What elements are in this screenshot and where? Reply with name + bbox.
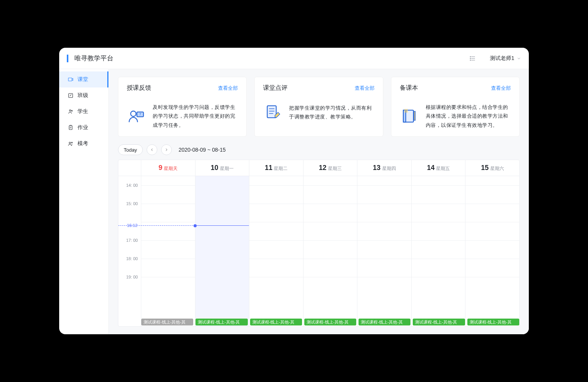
chevron-down-icon [517, 56, 521, 61]
calendar-grid[interactable]: 14: 00 15: 00 16:12 17: 00 18: 00 19: 00 [118, 176, 519, 326]
event-pill[interactable]: 测试课程-线上-其他-其 [359, 319, 410, 325]
day-header[interactable]: 11 星期二 [249, 160, 304, 176]
cards-row: 授课反馈 查看全部 7 及时发现学生的学习问题，反馈学生的学习状态，共同帮助学生… [118, 77, 520, 137]
review-icon [263, 103, 282, 122]
days-container [141, 176, 519, 326]
prev-week-button[interactable] [147, 144, 157, 155]
today-button[interactable]: Today [118, 144, 143, 155]
day-header[interactable]: 12 星期三 [304, 160, 358, 176]
hour-label: 19: 00 [126, 275, 138, 279]
day-column[interactable] [357, 176, 412, 326]
app-window: 唯寻教学平台 测试老师1 课堂 班级 学生 [59, 48, 529, 334]
card-desc: 把握学生课堂的学习情况，从而有利于调整教学进度、教学策略。 [289, 104, 374, 121]
video-icon [68, 76, 74, 83]
day-column[interactable] [195, 176, 250, 326]
svg-point-4 [470, 58, 471, 59]
event-pill[interactable]: 测试课程-线上-其他-其 [141, 319, 193, 325]
day-header[interactable]: 10 星期一 [195, 160, 250, 176]
card-title: 授课反馈 [127, 84, 151, 92]
sidebar-item-label: 学生 [78, 108, 88, 115]
card-desc: 根据课程的要求和特点，结合学生的具体情况，选择最合适的教学方法和内容，以保证学生… [426, 103, 511, 129]
sidebar-item-class[interactable]: 班级 [59, 87, 108, 104]
svg-point-8 [69, 110, 71, 111]
user-dropdown[interactable]: 测试老师1 [490, 55, 521, 62]
calendar-controls: Today 2020-08-09 ~ 08-15 [118, 144, 520, 155]
now-label: 16:12 [126, 223, 138, 228]
sidebar-item-label: 班级 [78, 92, 88, 99]
sidebar: 课堂 班级 学生 作业 模考 [59, 69, 109, 334]
sidebar-item-homework[interactable]: 作业 [59, 120, 108, 136]
sidebar-item-student[interactable]: 学生 [59, 104, 108, 120]
clipboard-icon [68, 125, 74, 131]
topbar: 唯寻教学平台 测试老师1 [59, 48, 529, 69]
user-name: 测试老师1 [490, 55, 514, 62]
app-title: 唯寻教学平台 [74, 54, 113, 63]
sidebar-item-classroom[interactable]: 课堂 [59, 71, 108, 87]
svg-point-5 [470, 60, 471, 60]
edit-icon [68, 92, 74, 99]
hour-label: 15: 00 [126, 201, 138, 206]
day-column[interactable] [249, 176, 304, 326]
notebook-icon [400, 107, 419, 126]
event-pill[interactable]: 测试课程-线上-其他-其 [467, 319, 519, 325]
card-title: 备课本 [400, 84, 418, 92]
day-column[interactable] [465, 176, 519, 326]
day-column[interactable] [304, 176, 358, 326]
svg-rect-22 [414, 112, 415, 120]
feedback-icon: 7 [127, 107, 146, 126]
svg-point-11 [69, 142, 71, 144]
day-header[interactable]: 13 星期四 [357, 160, 412, 176]
event-pill[interactable]: 测试课程-线上-其他-其 [413, 319, 465, 325]
date-range: 2020-08-09 ~ 08-15 [179, 147, 226, 153]
calendar-header: 9 星期天 10 星期一 11 星期二 12 星期三 [118, 160, 519, 176]
chevron-right-icon [164, 147, 169, 152]
event-pill[interactable]: 测试课程-线上-其他-其 [195, 319, 247, 325]
day-header[interactable]: 9 星期天 [141, 160, 195, 176]
day-column[interactable] [141, 176, 195, 326]
day-header[interactable]: 14 星期五 [412, 160, 466, 176]
hour-label: 17: 00 [126, 238, 138, 243]
card-desc: 及时发现学生的学习问题，反馈学生的学习状态，共同帮助学生更好的完成学习任务。 [153, 103, 238, 129]
sidebar-item-label: 课堂 [78, 76, 88, 83]
list-icon[interactable] [469, 55, 476, 62]
hour-label: 14: 00 [126, 183, 138, 188]
event-pill[interactable]: 测试课程-线上-其他-其 [304, 319, 356, 325]
svg-point-9 [71, 110, 73, 112]
sidebar-item-label: 模考 [78, 140, 88, 147]
now-indicator [195, 225, 249, 226]
view-all-link[interactable]: 查看全部 [218, 85, 238, 92]
svg-rect-6 [68, 78, 72, 81]
view-all-link[interactable]: 查看全部 [491, 85, 511, 92]
event-pill[interactable]: 测试课程-线上-其他-其 [250, 319, 302, 325]
svg-point-13 [131, 111, 136, 117]
card-feedback: 授课反馈 查看全部 7 及时发现学生的学习问题，反馈学生的学习状态，共同帮助学生… [118, 77, 247, 137]
sidebar-item-exam[interactable]: 模考 [59, 136, 108, 152]
hour-label: 18: 00 [126, 256, 138, 261]
gutter-head [118, 160, 141, 176]
card-title: 课堂点评 [263, 84, 288, 92]
svg-point-12 [71, 142, 73, 143]
calendar: 9 星期天 10 星期一 11 星期二 12 星期三 [118, 160, 520, 327]
svg-text:7: 7 [139, 113, 141, 117]
day-column[interactable] [412, 176, 466, 326]
body: 课堂 班级 学生 作业 模考 授课反 [59, 69, 529, 334]
user-icon [68, 108, 74, 115]
card-prep: 备课本 查看全部 根据课程的要求和特点，结合学生的具体情况，选择最合适的教学方法… [391, 77, 520, 137]
sidebar-item-label: 作业 [78, 124, 88, 131]
chevron-left-icon [150, 147, 154, 152]
day-header[interactable]: 15 星期六 [465, 160, 519, 176]
view-all-link[interactable]: 查看全部 [355, 85, 375, 92]
users-icon [68, 141, 74, 147]
main: 授课反馈 查看全部 7 及时发现学生的学习问题，反馈学生的学习状态，共同帮助学生… [109, 69, 529, 334]
next-week-button[interactable] [161, 144, 172, 155]
card-review: 课堂点评 查看全部 把握学生课堂的学习情况，从而有利于调整教学进度、教学策略。 [254, 77, 383, 137]
allday-row: 测试课程-线上-其他-其 测试课程-线上-其他-其 测试课程-线上-其他-其 测… [118, 319, 519, 325]
svg-point-3 [470, 56, 471, 57]
brand-accent [67, 55, 68, 62]
time-gutter: 14: 00 15: 00 16:12 17: 00 18: 00 19: 00 [118, 176, 141, 326]
svg-rect-10 [69, 126, 72, 130]
